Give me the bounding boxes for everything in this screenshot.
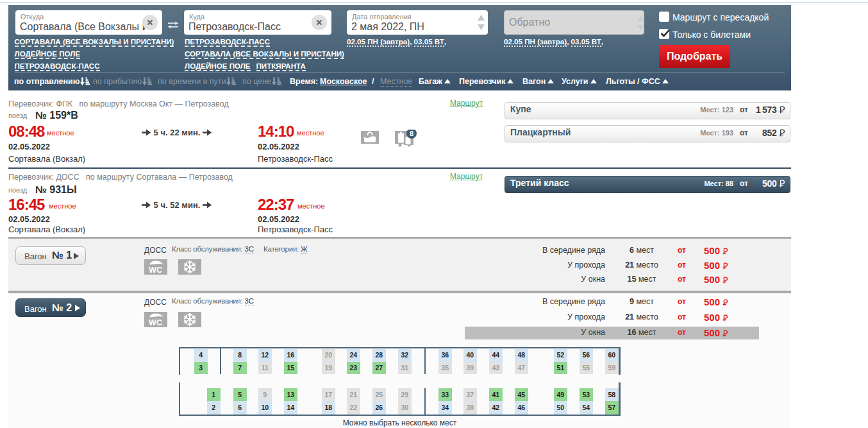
svg-text:8: 8: [410, 130, 413, 137]
